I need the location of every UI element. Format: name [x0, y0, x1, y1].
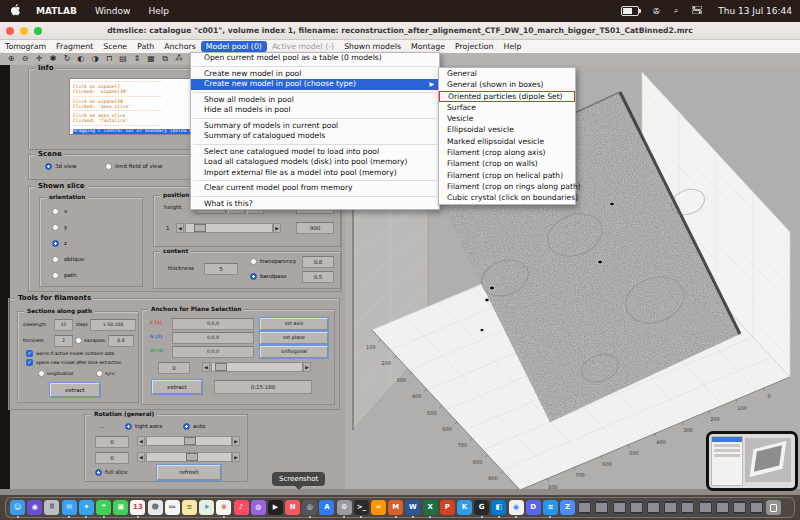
siri-dock-icon[interactable]: ◉ [27, 500, 42, 515]
discord-dock-icon[interactable]: D [526, 500, 541, 515]
scene-limit-fov-radio[interactable] [105, 163, 112, 170]
app-store-dock-icon[interactable]: A [319, 500, 334, 515]
anchors-extract-button[interactable]: extract [152, 380, 202, 394]
contacts-dock-icon[interactable]: ☻ [148, 500, 163, 515]
rotation-slider2-thumb[interactable] [186, 453, 198, 461]
safari-dock-icon[interactable]: ✦ [79, 500, 94, 515]
menu-item-open-current-model-pool-as-a-table-0-models[interactable]: Open current model pool as a table (0 mo… [191, 53, 439, 64]
save-icon[interactable]: ▤ [116, 53, 130, 65]
menu-item-import-external-file-as-a-model-into-pool-memory[interactable]: Import external file as a model into poo… [191, 168, 439, 179]
mail-dock-icon[interactable]: ✉ [62, 500, 77, 515]
sections-bandpass-field[interactable]: 0.8 [108, 335, 134, 347]
submenu-item-surface[interactable]: Surface [439, 102, 575, 113]
bandpass-radio[interactable] [250, 273, 257, 280]
set-axis-button[interactable]: set axis [260, 318, 328, 330]
orientation-z-radio[interactable] [52, 240, 59, 247]
github-dock-icon[interactable]: G [474, 500, 489, 515]
new-model-icon[interactable]: ▦ [144, 53, 158, 65]
minimized-window[interactable] [663, 500, 678, 515]
zoom-in-icon[interactable]: ⊕ [4, 53, 18, 65]
minimized-window[interactable] [749, 500, 764, 515]
minimized-window[interactable] [646, 500, 661, 515]
scatter-icon[interactable]: ⁂ [172, 53, 186, 65]
orientation-oblique-radio[interactable] [52, 256, 59, 263]
chrome-dock-icon[interactable]: ◉ [509, 500, 524, 515]
level-slider-icon[interactable]: ⇕ [130, 53, 144, 65]
menu-item-show-all-models-in-pool[interactable]: Show all models in pool [191, 95, 439, 106]
steps-field[interactable]: 1:50:100 [90, 319, 136, 331]
set-plane-button[interactable]: set plane [260, 332, 328, 344]
podcasts-dock-icon[interactable]: ◍ [251, 500, 266, 515]
zoom-out-icon[interactable]: ⊖ [18, 53, 32, 65]
maps-dock-icon[interactable]: ➤ [199, 500, 214, 515]
sysbar-menu-window[interactable]: Window [95, 6, 131, 16]
terminal-dock-icon[interactable]: >_ [354, 500, 369, 515]
orientation-y-radio[interactable] [52, 224, 59, 231]
warn-checkbox[interactable]: ✓ [26, 350, 33, 357]
submenu-item-filament-crop-on-walls[interactable]: Filament (crop on walls) [439, 158, 575, 169]
menu-help[interactable]: Help [499, 41, 527, 52]
sidelength-field[interactable]: 32 [54, 319, 73, 331]
powerpoint-dock-icon[interactable]: P [440, 500, 455, 515]
orientation-path-radio[interactable] [52, 272, 59, 279]
photos-dock-icon[interactable]: ❀ [216, 500, 231, 515]
camera-icon[interactable]: ✇ [653, 7, 660, 16]
control-center-icon[interactable] [692, 6, 702, 16]
menu-projection[interactable]: Projection [450, 41, 499, 52]
minimized-window[interactable] [715, 500, 730, 515]
anchors-range-field[interactable]: 0:15:180 [214, 380, 312, 394]
anchor-slider-right-arrow[interactable]: ▶ [303, 362, 311, 372]
submenu-item-filament-crop-on-rings-along-path[interactable]: Filament (crop on rings along path) [439, 181, 575, 192]
invert-contrast-icon[interactable]: ◑ [88, 53, 102, 65]
submenu-item-oriented-particles-dipole-set[interactable]: Oriented particles (dipole Set) [439, 91, 575, 102]
anchor-field-c-1[interactable]: 0,0,0 [172, 318, 254, 330]
submenu-item-cubic-crystal-click-on-boundaries[interactable]: Cubic crystal (click on boundaries) [439, 192, 575, 203]
menu-scene[interactable]: Scene [98, 41, 132, 52]
vscode-dock-icon[interactable]: ◧ [491, 500, 506, 515]
anchor-field-w-3[interactable]: 0,0,0 [172, 346, 254, 358]
sysbar-app-name[interactable]: MATLAB [36, 6, 77, 16]
calculator-dock-icon[interactable]: = [371, 500, 386, 515]
spotlight-icon[interactable]: ⌕ [674, 6, 678, 16]
height-slider-thumb[interactable] [194, 224, 206, 232]
copy-icon[interactable]: ⧉ [158, 53, 172, 65]
contrast-icon[interactable]: ◐ [74, 53, 88, 65]
menu-shown-models[interactable]: Shown models [339, 41, 406, 52]
anchor-slider-track[interactable] [211, 362, 303, 372]
submenu-item-vesicle[interactable]: Vesicle [439, 113, 575, 124]
menu-item-hide-all-models-in-pool[interactable]: Hide all models in pool [191, 105, 439, 116]
battery-icon[interactable] [621, 6, 639, 16]
rotation-slider2-track[interactable] [146, 452, 232, 462]
word-dock-icon[interactable]: W [405, 500, 420, 515]
full-slice-radio[interactable] [95, 469, 102, 476]
orientation-x-radio[interactable] [52, 208, 59, 215]
anchor-slider-thumb[interactable] [215, 363, 227, 371]
open-model-checkbox[interactable]: ✓ [26, 359, 33, 366]
news-dock-icon[interactable]: N [285, 500, 300, 515]
sections-thickness-field[interactable]: 2 [54, 335, 73, 347]
tight-axes-radio[interactable] [125, 423, 132, 430]
menu-active-model[interactable]: Active model (-) [267, 41, 339, 52]
facetime-dock-icon[interactable]: ▣ [113, 500, 128, 515]
scene-3d-view-radio[interactable] [45, 163, 52, 170]
bandpass-field[interactable]: 0.5 [302, 271, 334, 283]
menu-path[interactable]: Path [132, 41, 159, 52]
minimized-window[interactable] [612, 500, 627, 515]
minimized-window[interactable] [732, 500, 747, 515]
menu-item-select-one-catalogued-model-to-load-into-pool[interactable]: Select one catalogued model to load into… [191, 147, 439, 158]
submenu-item-filament-crop-along-axis[interactable]: Filament (crop along axis) [439, 147, 575, 158]
minimized-window[interactable] [629, 500, 644, 515]
screenshot-thumbnail[interactable] [706, 431, 798, 491]
menu-tomogram[interactable]: Tomogram [0, 41, 51, 52]
menu-montage[interactable]: Montage [406, 41, 450, 52]
menu-model-pool-0[interactable]: Model pool (0) [201, 41, 267, 52]
rotation-value1-field[interactable]: 0 [95, 436, 129, 448]
menu-item-what-is-this[interactable]: What is this? [191, 199, 439, 210]
menu-item-clear-current-model-pool-from-memory[interactable]: Clear current model pool from memory [191, 183, 439, 194]
height-slider-right-arrow[interactable]: ▶ [273, 223, 281, 233]
height-slider-track[interactable] [185, 223, 273, 233]
anchor-offset-field[interactable]: 0 [158, 362, 190, 374]
submenu-item-marked-ellipsoidal-vesicle[interactable]: Marked ellipsoidal vesicle [439, 136, 575, 147]
finder-dock-icon[interactable]: ☺ [10, 500, 25, 515]
orthogonal-button[interactable]: orthogonal [260, 346, 328, 358]
